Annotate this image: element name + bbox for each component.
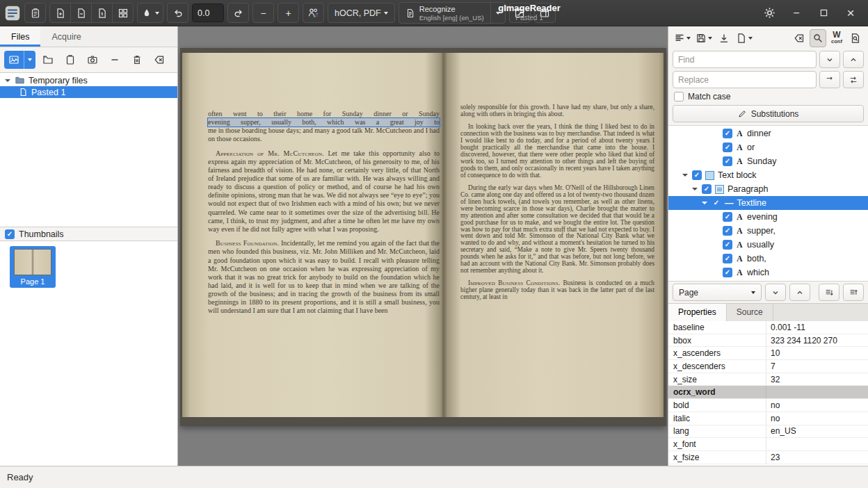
page-level-dropdown[interactable]: Page [673,284,762,301]
open-hocr-button[interactable] [734,29,754,47]
replace-button[interactable] [819,71,840,88]
property-value[interactable]: 323 234 1120 270 [766,334,868,347]
property-value[interactable]: 10 [766,347,868,359]
tree-paragraph[interactable]: ✓Paragraph [668,182,868,196]
rotate-left-button[interactable] [167,3,188,23]
expander-icon[interactable] [4,79,11,82]
replace-input[interactable] [673,71,817,88]
word-confidence-toggle[interactable]: Wconf [828,29,845,47]
item-checkbox[interactable]: ✓ [723,212,732,222]
item-checkbox[interactable]: ✓ [723,226,732,236]
current-page-button[interactable] [91,3,113,23]
tree-word-sunday[interactable]: ✓ASunday [668,154,868,168]
substitutions-button[interactable]: Substitutions [673,105,864,122]
property-value[interactable] [766,438,868,450]
maximize-button[interactable] [816,6,831,21]
rotation-input[interactable] [192,3,224,22]
property-value[interactable]: 7 [766,360,868,373]
tab-files[interactable]: Files [0,26,40,47]
thumbnails-list[interactable]: Page 1 [0,241,177,466]
tree-word-usually[interactable]: ✓Ausually [668,238,868,252]
tree-word-which[interactable]: ✓Awhich [668,266,868,279]
property-value[interactable]: en_US [766,425,868,438]
prev-item-button[interactable] [789,284,810,301]
highlighted-textline[interactable]: evening supper, usually both, which was … [208,118,440,127]
add-images-button[interactable] [4,51,35,69]
expander-icon[interactable] [700,202,708,204]
property-row[interactable]: italicno [668,412,868,425]
property-value[interactable]: no [766,399,868,412]
expander-icon[interactable] [691,188,698,190]
recognize-main[interactable]: Recognize English [eng] (en_US) [399,3,490,23]
tree-textline[interactable]: ✓—Textline [668,196,868,210]
property-row[interactable]: langen_US [668,425,868,439]
zoom-in-button[interactable]: + [278,3,299,23]
settings-button[interactable] [762,6,777,21]
find-input[interactable] [673,51,817,68]
open-folder-button[interactable] [38,51,58,69]
tree-word-supper[interactable]: ✓Asupper, [668,224,868,238]
tree-text-block[interactable]: ✓Text block [668,168,868,182]
thumbnails-toggle[interactable]: ✓ Thumbnails [0,227,177,241]
item-checkbox[interactable]: ✓ [723,143,732,152]
tree-word-or[interactable]: ✓Aor [668,140,868,154]
item-checkbox[interactable]: ✓ [723,156,732,166]
zoom-out-button[interactable]: − [252,3,274,23]
item-checkbox[interactable]: ✓ [692,170,702,180]
property-row[interactable]: bbox323 234 1120 270 [668,334,868,348]
titlebar[interactable]: − + hOCR, PDF Recognize English [eng] (e… [0,0,868,26]
replace-all-button[interactable] [843,71,864,88]
save-output-button[interactable] [694,29,714,47]
add-page-button[interactable] [49,3,71,23]
close-button[interactable]: × [843,6,858,21]
item-checkbox[interactable]: ✓ [723,129,732,138]
tree-word-both[interactable]: ✓Aboth, [668,252,868,266]
find-replace-toggle[interactable] [810,29,826,47]
expander-icon[interactable] [681,174,689,177]
remove-image-button[interactable] [105,51,124,69]
remove-page-button[interactable] [70,3,92,23]
property-row[interactable]: x_ascenders10 [668,347,868,360]
tree-item-pasted-1[interactable]: Pasted 1 [0,86,177,98]
clear-images-button[interactable] [150,51,169,69]
item-checkbox[interactable]: ✓ [723,268,732,277]
files-tree[interactable]: Temporary files Pasted 1 [0,72,177,227]
insert-mode-button[interactable] [673,29,692,47]
image-adjust-button[interactable] [137,3,163,23]
property-value[interactable]: 23 [766,451,868,464]
ocr-language-button[interactable] [303,3,324,23]
delete-image-button[interactable] [127,51,147,69]
tree-word-dinner[interactable]: ✓Adinner [668,127,868,140]
clear-output-button[interactable] [791,29,807,47]
property-row[interactable]: x_descenders7 [668,360,868,373]
search-document-button[interactable] [847,29,864,47]
property-value[interactable]: 32 [766,373,868,386]
tab-acquire[interactable]: Acquire [40,26,92,47]
output-mode-dropdown[interactable]: hOCR, PDF [328,3,395,23]
item-checkbox[interactable]: ✓ [712,198,721,208]
property-row[interactable]: x_size32 [668,373,868,387]
minimize-button[interactable]: − [789,6,804,21]
property-value[interactable]: 0.001 -11 [766,321,868,334]
collapse-all-button[interactable] [843,284,864,301]
paste-image-button[interactable] [61,51,80,69]
tab-source[interactable]: Source [727,304,773,321]
tab-properties[interactable]: Properties [668,304,727,321]
property-row[interactable]: x_font [668,438,868,451]
property-row[interactable]: boldno [668,399,868,412]
export-output-button[interactable] [716,29,732,47]
add-images-dropdown[interactable] [24,51,35,69]
item-checkbox[interactable]: ✓ [702,184,712,194]
find-next-button[interactable] [819,51,840,68]
property-row[interactable]: x_fsize23 [668,451,868,464]
tree-item-temporary-files[interactable]: Temporary files [0,74,177,86]
property-row[interactable]: baseline0.001 -11 [668,321,868,334]
thumbnails-checkbox[interactable]: ✓ [5,229,15,239]
rotate-right-button[interactable] [227,3,249,23]
item-checkbox[interactable]: ✓ [723,254,732,263]
property-value[interactable]: no [766,412,868,425]
match-case-checkbox[interactable] [674,92,684,101]
expand-all-button[interactable] [819,284,839,301]
thumbnail-page-1[interactable]: Page 1 [10,246,56,288]
screenshot-button[interactable] [83,51,102,69]
